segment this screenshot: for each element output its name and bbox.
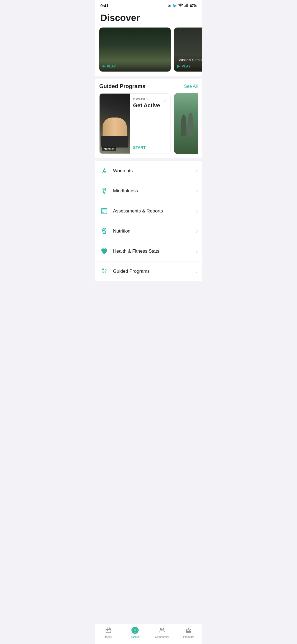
mindfulness-label: Mindfulness — [113, 188, 196, 194]
premium-badge: premium — [102, 147, 116, 151]
menu-list: Workouts › Mindfulness › — [95, 161, 202, 281]
program-card-get-active[interactable]: premium 2 WEEKS Get Active ☆ START — [99, 93, 171, 154]
mail-icon: ✉ — [168, 4, 171, 8]
status-time: 9:41 — [100, 3, 109, 8]
workouts-icon-wrap — [99, 166, 109, 176]
video-card-left[interactable]: PLAY — [99, 28, 171, 72]
svg-rect-2 — [185, 5, 186, 7]
svg-rect-12 — [102, 211, 103, 211]
play-triangle-right — [177, 65, 180, 68]
video-card-right-title: Brussels Sprou... — [177, 58, 202, 62]
svg-rect-1 — [185, 6, 185, 7]
guided-icon — [101, 268, 108, 275]
svg-rect-11 — [102, 210, 103, 210]
star-icon[interactable]: ☆ — [163, 97, 167, 103]
svg-point-6 — [104, 189, 105, 190]
scroll-content: PLAY Brussels Sprou... PLAY Guided Progr… — [95, 28, 202, 306]
guided-programs-label: Guided Programs — [113, 269, 196, 274]
signal-icon — [185, 4, 188, 8]
play-triangle-left — [103, 65, 105, 68]
running-icon — [101, 167, 108, 174]
menu-item-workouts[interactable]: Workouts › — [95, 161, 202, 181]
video-card-right[interactable]: Brussels Sprou... PLAY — [174, 28, 202, 72]
assessments-label: Assessments & Reports — [113, 208, 196, 214]
program-card-top: 2 WEEKS Get Active ☆ — [133, 97, 167, 109]
wifi-icon — [178, 4, 183, 8]
mindfulness-icon — [101, 187, 108, 195]
svg-point-15 — [103, 269, 104, 270]
play-label-right: PLAY — [182, 64, 191, 68]
assessments-icon-wrap — [99, 206, 109, 216]
shoe-photo — [100, 94, 130, 154]
guided-programs-chevron: › — [196, 269, 198, 274]
menu-item-assessments[interactable]: Assessments & Reports › — [95, 201, 202, 221]
play-label-left: PLAY — [107, 64, 116, 68]
health-fitness-icon-wrap — [99, 246, 109, 256]
mindfulness-chevron: › — [196, 188, 198, 194]
guided-programs-section: Guided Programs See All premium — [95, 79, 202, 158]
health-fitness-label: Health & Fitness Stats — [113, 249, 196, 254]
program-name: Get Active — [133, 102, 160, 109]
menu-item-nutrition[interactable]: Nutrition › — [95, 221, 202, 241]
spacer-bottom — [95, 281, 202, 306]
guided-programs-icon-wrap — [99, 266, 109, 276]
health-fitness-chevron: › — [196, 249, 198, 254]
nutrition-icon-wrap — [99, 226, 109, 236]
nutrition-icon — [101, 228, 108, 235]
svg-rect-3 — [186, 4, 187, 7]
video-card-right-content: Brussels Sprou... PLAY — [174, 54, 202, 72]
svg-rect-13 — [102, 212, 103, 212]
assessments-chevron: › — [196, 208, 198, 214]
program-cards-row: premium 2 WEEKS Get Active ☆ START — [99, 93, 198, 154]
video-card-left-content: PLAY — [99, 61, 171, 72]
status-icons: ✉ 🐦 87% — [168, 4, 197, 8]
workouts-chevron: › — [196, 168, 198, 174]
menu-item-mindfulness[interactable]: Mindfulness › — [95, 181, 202, 201]
video-cards-row: PLAY Brussels Sprou... PLAY — [95, 28, 202, 76]
page-title: Discover — [100, 12, 197, 23]
program-card-info-left: 2 WEEKS Get Active ☆ START — [130, 94, 170, 154]
mindfulness-icon-wrap — [99, 186, 109, 196]
status-bar: 9:41 ✉ 🐦 87% — [95, 0, 202, 10]
start-button[interactable]: START — [133, 145, 167, 150]
play-button-right[interactable]: PLAY — [177, 64, 202, 68]
svg-point-14 — [104, 230, 105, 231]
assessments-icon — [101, 208, 108, 215]
see-all-button[interactable]: See All — [184, 84, 198, 89]
page-header: Discover — [95, 10, 202, 28]
menu-item-guided-programs[interactable]: Guided Programs › — [95, 261, 202, 281]
svg-point-5 — [104, 168, 105, 169]
guided-programs-title: Guided Programs — [99, 83, 145, 89]
heart-icon — [101, 248, 108, 255]
workouts-label: Workouts — [113, 168, 196, 174]
svg-rect-4 — [187, 4, 188, 7]
battery-icon: 87% — [190, 4, 197, 8]
menu-item-health-fitness[interactable]: Health & Fitness Stats › — [95, 241, 202, 261]
guided-programs-header: Guided Programs See All — [99, 83, 198, 89]
svg-point-0 — [180, 7, 181, 7]
play-button-left[interactable]: PLAY — [103, 64, 167, 68]
twitter-icon: 🐦 — [172, 4, 177, 8]
program-duration: 2 WEEKS — [133, 97, 160, 101]
nutrition-chevron: › — [196, 228, 198, 234]
program-card-image-left: premium — [100, 94, 130, 154]
nutrition-label: Nutrition — [113, 228, 196, 234]
program-card-partial[interactable] — [174, 93, 198, 154]
